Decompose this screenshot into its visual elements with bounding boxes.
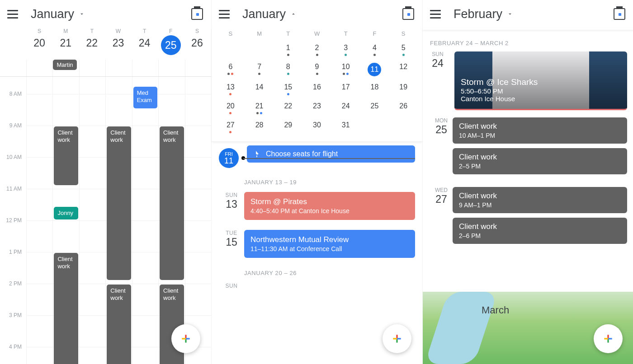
- agenda-date[interactable]: SUN: [219, 283, 244, 289]
- menu-icon[interactable]: [219, 8, 231, 20]
- month-cell[interactable]: 18: [360, 81, 389, 100]
- month-cell[interactable]: 14: [245, 81, 274, 100]
- week-range-label: FEBRUARY 24 – MARCH 2: [423, 30, 633, 51]
- agenda-date[interactable]: MON25: [430, 117, 453, 136]
- event-card[interactable]: Client work 2–5 PM: [453, 148, 627, 174]
- allday-event[interactable]: Martin: [53, 60, 76, 70]
- month-cell[interactable]: 9: [302, 61, 331, 81]
- event-card[interactable]: Client work 2–6 PM: [453, 218, 627, 244]
- month-cell[interactable]: 2: [302, 42, 331, 61]
- month-label: January: [31, 7, 74, 21]
- event-jonny[interactable]: Jonny: [54, 207, 78, 219]
- event-card[interactable]: Northwestern Mutual Review 11–11:30 AM a…: [244, 230, 415, 258]
- now-indicator: FRI11 Choose seats for flight: [219, 147, 422, 169]
- month-selector[interactable]: January: [31, 7, 85, 21]
- month-cell[interactable]: 17: [331, 81, 360, 100]
- chevron-down-icon: [507, 11, 513, 17]
- create-event-fab[interactable]: [171, 324, 200, 353]
- month-cell[interactable]: 26: [389, 100, 418, 119]
- month-cell[interactable]: 3: [331, 42, 360, 61]
- month-cell[interactable]: 19: [389, 81, 418, 100]
- month-cell[interactable]: 20: [216, 100, 245, 119]
- today-icon[interactable]: [614, 8, 625, 20]
- month-cell[interactable]: 25: [360, 100, 389, 119]
- event-hero-card[interactable]: Storm @ Ice Sharks 5:50–6:50 PM Canton I…: [454, 51, 627, 110]
- event-client-work[interactable]: Client work: [107, 285, 131, 364]
- agenda-date[interactable]: SUN24: [423, 51, 453, 70]
- reminder-icon: [253, 150, 261, 158]
- event-card[interactable]: Client work 10 AM–1 PM: [453, 117, 627, 144]
- month-cell[interactable]: 22: [274, 100, 302, 119]
- month-cell[interactable]: [360, 119, 389, 138]
- agenda-date[interactable]: TUE15: [219, 230, 244, 248]
- day-header-today[interactable]: F25: [158, 28, 184, 55]
- menu-icon[interactable]: [7, 8, 20, 20]
- chevron-up-icon: [290, 11, 297, 17]
- event-card[interactable]: Client work 9 AM–1 PM: [453, 187, 627, 213]
- week-range-label: JANUARY 13 – 19: [212, 169, 422, 190]
- month-grid: SM TW TF S 1 2 3 4 5 6 7 8 9 10 11 12 13…: [212, 28, 422, 142]
- month-cell[interactable]: 4: [360, 42, 389, 61]
- month-cell[interactable]: 16: [302, 81, 331, 100]
- event-client-work[interactable]: Client work: [54, 126, 78, 185]
- create-event-fab[interactable]: [594, 324, 623, 353]
- agenda-date[interactable]: WED27: [430, 187, 453, 205]
- month-cell[interactable]: 29: [274, 119, 302, 138]
- today-pill[interactable]: FRI11: [219, 148, 239, 168]
- month-cell[interactable]: 11: [360, 61, 389, 81]
- month-cell[interactable]: 8: [274, 61, 302, 81]
- week-header: S20 M21 T22 W23 T24 F25 S26: [0, 28, 211, 55]
- schedule-pane: February FEBRUARY 24 – MARCH 2 SUN24 Sto…: [422, 0, 633, 364]
- month-cell[interactable]: [216, 42, 245, 61]
- reminder-card[interactable]: Choose seats for flight: [247, 145, 415, 163]
- month-cell[interactable]: [245, 42, 274, 61]
- chevron-down-icon: [79, 11, 85, 17]
- agenda-date[interactable]: SUN13: [219, 192, 244, 210]
- day-header[interactable]: S20: [26, 28, 52, 55]
- allday-row: Martin: [0, 60, 211, 77]
- create-event-fab[interactable]: [383, 324, 411, 353]
- month-cell[interactable]: 12: [389, 61, 418, 81]
- event-client-work[interactable]: Client work: [107, 126, 131, 280]
- month-cell[interactable]: 24: [331, 100, 360, 119]
- day-header[interactable]: T24: [132, 28, 158, 55]
- day-header[interactable]: T22: [79, 28, 105, 55]
- event-client-work[interactable]: Client work: [160, 126, 184, 280]
- time-labels: 8 AM 9 AM 10 AM 11 AM 12 PM 1 PM 2 PM 3 …: [0, 77, 26, 364]
- month-cell[interactable]: 30: [302, 119, 331, 138]
- month-cell[interactable]: 27: [216, 119, 245, 138]
- week-range-label: JANUARY 20 – 26: [212, 260, 422, 281]
- day-header[interactable]: W23: [105, 28, 131, 55]
- month-cell[interactable]: 21: [245, 100, 274, 119]
- month-label: January: [242, 7, 286, 21]
- month-selector[interactable]: January: [242, 7, 297, 21]
- today-icon[interactable]: [402, 8, 414, 20]
- month-cell[interactable]: 10: [331, 61, 360, 81]
- month-cell[interactable]: 31: [331, 119, 360, 138]
- time-grid[interactable]: 8 AM 9 AM 10 AM 11 AM 12 PM 1 PM 2 PM 3 …: [0, 77, 211, 364]
- month-cell[interactable]: 13: [216, 81, 245, 100]
- day-header[interactable]: M21: [52, 28, 79, 55]
- event-med-exam[interactable]: Med Exam: [133, 87, 157, 108]
- agenda-list[interactable]: FRI11 Choose seats for flight JANUARY 13…: [212, 142, 422, 291]
- menu-icon[interactable]: [430, 8, 443, 20]
- month-cell[interactable]: 7: [245, 61, 274, 81]
- day-header[interactable]: S26: [184, 28, 210, 55]
- week-view-pane: January S20 M21 T22 W23 T24 F25 S26 Mart…: [0, 0, 211, 364]
- month-cell[interactable]: 28: [245, 119, 274, 138]
- month-cell[interactable]: 23: [302, 100, 331, 119]
- month-agenda-pane: January SM TW TF S 1 2 3 4 5 6 7 8 9 10 …: [211, 0, 422, 364]
- month-cell[interactable]: 6: [216, 61, 245, 81]
- today-icon[interactable]: [191, 8, 203, 20]
- event-client-work[interactable]: Client work: [54, 253, 78, 364]
- event-card[interactable]: Storm @ Pirates 4:40–5:40 PM at Canton I…: [244, 192, 415, 220]
- month-cell[interactable]: 15: [274, 81, 302, 100]
- month-label: February: [453, 7, 502, 21]
- month-cell[interactable]: 1: [274, 42, 302, 61]
- month-cell[interactable]: [389, 119, 418, 138]
- month-cell[interactable]: 5: [389, 42, 418, 61]
- upcoming-month-label: March: [482, 304, 509, 316]
- month-selector[interactable]: February: [453, 7, 513, 21]
